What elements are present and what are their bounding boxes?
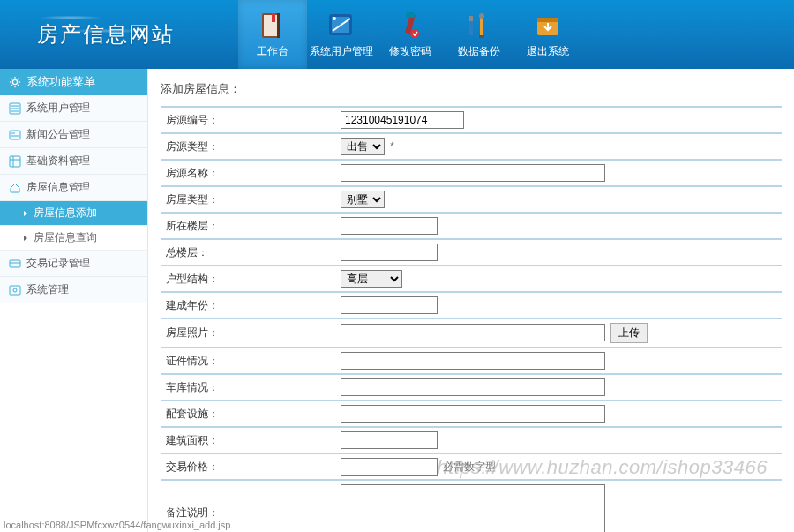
backup-icon	[464, 11, 494, 41]
list-icon	[9, 102, 21, 115]
form-row: 户型结构：高层	[161, 266, 782, 292]
topnav-user-mgmt[interactable]: 系统用户管理	[307, 0, 376, 69]
news-icon	[9, 129, 21, 141]
svg-line-25	[18, 79, 19, 79]
svg-rect-30	[10, 131, 20, 139]
text-input[interactable]	[341, 378, 605, 396]
header: 房产信息网站 工作台 系统用户管理 修改密码 数据备份 退出系统	[0, 0, 794, 69]
sidebar-item-label: 交易记录管理	[26, 256, 90, 271]
trade-icon	[9, 258, 21, 270]
upload-button[interactable]: 上传	[610, 323, 648, 343]
svg-line-24	[11, 85, 12, 86]
select-input[interactable]: 出售	[341, 138, 385, 155]
svg-rect-2	[277, 13, 280, 38]
sidebar-item-basedata[interactable]: 基础资料管理	[0, 148, 147, 175]
sidebar-item-label: 系统管理	[26, 282, 69, 297]
form-value-cell: 出售*	[335, 133, 782, 160]
form-table: 房源编号：房源类型：出售*房源名称：房屋类型：别墅所在楼层：总楼层：户型结构：高…	[161, 106, 782, 532]
data-icon	[9, 155, 21, 168]
svg-point-9	[410, 29, 419, 38]
select-input[interactable]: 高层	[341, 270, 402, 288]
form-label: 所在楼层：	[161, 213, 335, 239]
text-input[interactable]	[341, 244, 438, 261]
form-value-cell: 上传	[335, 318, 782, 348]
form-value-cell	[335, 160, 782, 186]
select-input[interactable]: 别墅	[341, 191, 385, 208]
form-row: 所在楼层：	[161, 213, 782, 239]
form-row: 证件情况：	[161, 348, 782, 374]
form-label: 证件情况：	[161, 348, 335, 374]
form-row: 交易价格：必需数字型	[161, 453, 782, 480]
workbench-icon	[258, 11, 288, 41]
form-value-cell: 高层	[335, 266, 782, 292]
sidebar-item-label: 房屋信息管理	[26, 180, 90, 195]
sidebar-item-label: 系统用户管理	[26, 101, 90, 116]
sidebar-item-news[interactable]: 新闻公告管理	[0, 122, 147, 148]
form-label: 户型结构：	[161, 266, 335, 292]
topnav-label: 退出系统	[527, 44, 569, 59]
form-row: 配套设施：	[161, 401, 782, 427]
svg-rect-8	[406, 12, 415, 18]
upload-path-input[interactable]	[341, 324, 605, 341]
svg-rect-1	[264, 15, 278, 36]
text-input[interactable]	[341, 111, 464, 129]
text-input[interactable]	[341, 296, 438, 314]
text-input[interactable]	[341, 352, 605, 370]
form-label: 总楼层：	[161, 239, 335, 266]
topnav-password[interactable]: 修改密码	[376, 0, 445, 69]
sidebar-sub-label: 房屋信息查询	[34, 230, 97, 245]
svg-line-23	[18, 85, 19, 86]
textarea-input[interactable]	[341, 484, 605, 532]
form-value-cell	[335, 107, 782, 133]
house-icon	[9, 182, 21, 194]
status-bar: localhost:8088/JSPMfcxwz0544/fangwuxinxi…	[0, 518, 234, 532]
form-value-cell	[335, 480, 782, 532]
form-value-cell	[335, 292, 782, 318]
form-label: 建成年份：	[161, 292, 335, 318]
form-label: 配套设施：	[161, 401, 335, 427]
form-row: 建筑面积：	[161, 427, 782, 453]
sidebar-item-user-mgmt[interactable]: 系统用户管理	[0, 95, 147, 122]
form-value-cell: 别墅	[335, 186, 782, 213]
sidebar-sub-house-add[interactable]: 房屋信息添加	[0, 201, 147, 226]
chevron-right-icon	[21, 234, 30, 243]
form-value-cell	[335, 213, 782, 239]
svg-point-6	[333, 17, 336, 20]
form-value-cell	[335, 427, 782, 453]
sidebar-sub-house-query[interactable]: 房屋信息查询	[0, 226, 147, 251]
topnav-label: 修改密码	[389, 44, 431, 59]
form-label: 建筑面积：	[161, 427, 335, 453]
form-value-cell	[335, 239, 782, 266]
text-input[interactable]	[341, 458, 438, 476]
sidebar-header: 系统功能菜单	[0, 69, 147, 95]
user-mgmt-icon	[326, 11, 356, 41]
chevron-right-icon	[21, 209, 30, 218]
svg-rect-11	[469, 16, 473, 21]
svg-rect-33	[10, 156, 20, 167]
text-input[interactable]	[341, 405, 605, 423]
form-row: 房屋类型：别墅	[161, 186, 782, 213]
form-label: 房屋照片：	[161, 318, 335, 348]
sidebar-item-house[interactable]: 房屋信息管理	[0, 175, 147, 201]
topnav-logout[interactable]: 退出系统	[513, 0, 582, 69]
text-input[interactable]	[341, 431, 438, 449]
text-input[interactable]	[341, 217, 438, 235]
text-input[interactable]	[341, 164, 605, 182]
sidebar-item-trade[interactable]: 交易记录管理	[0, 251, 147, 277]
sidebar-item-label: 新闻公告管理	[26, 127, 90, 142]
form-row: 房源名称：	[161, 160, 782, 186]
system-icon	[9, 284, 21, 296]
topnav-backup[interactable]: 数据备份	[445, 0, 513, 69]
password-icon	[395, 11, 425, 41]
topnav-workbench[interactable]: 工作台	[238, 0, 307, 69]
page-title: 添加房屋信息：	[161, 76, 782, 106]
hint-text: *	[390, 140, 394, 153]
sidebar: 系统功能菜单 系统用户管理 新闻公告管理 基础资料管理 房屋信息管理 房屋信息添…	[0, 69, 148, 532]
topnav-label: 系统用户管理	[310, 44, 373, 59]
sidebar-sub-label: 房屋信息添加	[34, 206, 97, 221]
svg-point-17	[12, 79, 17, 84]
form-label: 房源编号：	[161, 107, 335, 133]
logout-icon	[533, 11, 563, 41]
sidebar-item-system[interactable]: 系统管理	[0, 277, 147, 303]
svg-rect-38	[10, 286, 20, 295]
